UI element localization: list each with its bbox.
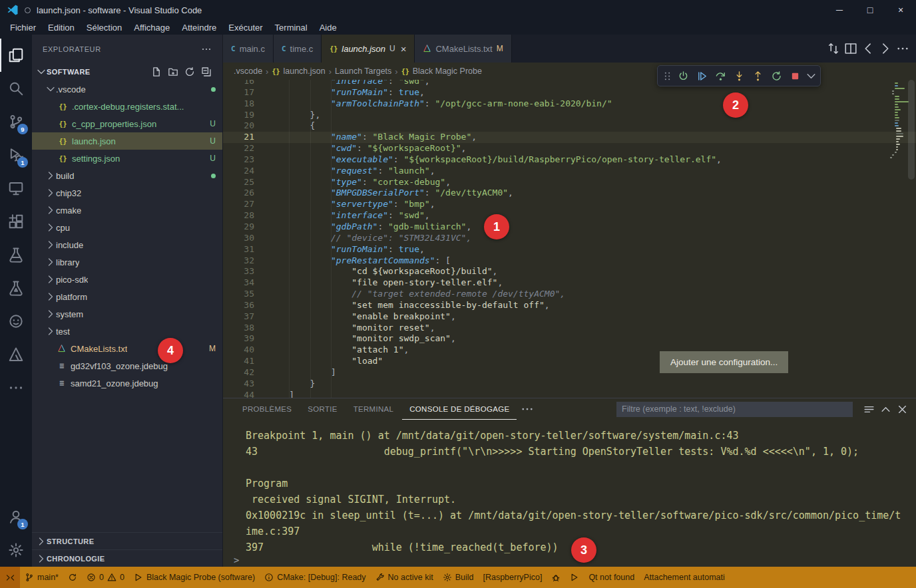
tree-item-cmake[interactable]: cmake [32, 202, 222, 219]
menu-ex-cuter[interactable]: Exécuter [222, 22, 268, 33]
code-editor[interactable]: 16 "interface": "swd",17 "runToMain": tr… [223, 80, 916, 398]
code-line-32[interactable]: 32 "preRestartCommands": [ [223, 255, 916, 267]
tab-main-c[interactable]: Cmain.c [223, 35, 274, 63]
line-number[interactable]: 24 [223, 166, 268, 177]
activity-extensions[interactable] [0, 205, 32, 238]
activity-source-control[interactable]: 9 [0, 105, 32, 138]
line-number[interactable]: 41 [223, 356, 268, 367]
status-cmake-target[interactable]: [RaspberryPico] [478, 567, 547, 588]
status-cmake-debug[interactable] [547, 567, 565, 588]
debug-pause-button[interactable] [674, 67, 692, 84]
tree-item-vscode[interactable]: .vscode [32, 80, 222, 98]
line-number[interactable]: 40 [223, 345, 268, 356]
code-line-37[interactable]: 37 "enable breakpoint", [223, 311, 916, 323]
line-number[interactable]: 23 [223, 154, 268, 166]
tree-item-chip32[interactable]: chip32 [32, 184, 222, 202]
menu-aide[interactable]: Aide [314, 22, 343, 33]
code-line-41[interactable]: 41 "load" [223, 356, 916, 367]
open-changes-icon[interactable] [827, 42, 840, 55]
console-input-prompt[interactable]: > [234, 555, 239, 565]
code-line-38[interactable]: 38 "monitor reset", [223, 323, 916, 334]
code-line-29[interactable]: 29 "gdbPath": "gdb-multiarch", [223, 221, 916, 233]
line-number[interactable]: 39 [223, 333, 268, 345]
minimize-button[interactable]: ─ [824, 0, 855, 20]
line-number[interactable]: 21 [223, 132, 268, 143]
debug-step-out-button[interactable] [749, 67, 766, 84]
code-line-17[interactable]: 17 "runToMain": true, [223, 87, 916, 98]
tree-item-settings-json[interactable]: {}settings.jsonU [32, 150, 222, 167]
tree-item-cpu[interactable]: cpu [32, 219, 222, 236]
panel-tab-probl-mes[interactable]: PROBLÈMES [235, 398, 299, 420]
code-line-28[interactable]: 28 "interface": "swd", [223, 210, 916, 221]
status-auto-attach[interactable]: Attachement automati [639, 567, 730, 588]
tree-item-library[interactable]: library [32, 253, 222, 271]
breadcrumb-item-vscode[interactable]: .vscode [234, 67, 262, 76]
code-line-44[interactable]: 44 ] [223, 390, 916, 398]
close-panel-icon[interactable] [897, 404, 908, 415]
activity-testing[interactable] [0, 238, 32, 271]
status-git-branch[interactable]: main* [20, 567, 63, 588]
code-line-36[interactable]: 36 "set mem inaccessible-by-default off"… [223, 300, 916, 311]
menu-atteindre[interactable]: Atteindre [176, 22, 222, 33]
go-forward-icon[interactable] [879, 42, 892, 55]
activity-debug-console-extension[interactable] [0, 305, 32, 338]
line-number[interactable]: 38 [223, 323, 268, 334]
line-number[interactable]: 28 [223, 210, 268, 221]
maximize-button[interactable]: □ [855, 0, 885, 20]
code-line-21[interactable]: 21 "name": "Black Magic Probe", [223, 132, 916, 143]
refresh-icon[interactable] [184, 67, 195, 77]
activity-search[interactable] [0, 72, 32, 105]
go-back-icon[interactable] [861, 42, 875, 55]
new-folder-icon[interactable] [168, 67, 178, 77]
code-line-19[interactable]: 19 }, [223, 110, 916, 121]
code-line-23[interactable]: 23 "executable": "${workspaceRoot}/build… [223, 154, 916, 166]
split-editor-icon[interactable] [844, 42, 857, 55]
status-qt-status[interactable]: Qt not found [584, 567, 639, 588]
activity-explorer[interactable] [0, 39, 32, 72]
code-line-22[interactable]: 22 "cwd": "${workspaceRoot}", [223, 143, 916, 154]
tab-launch-json[interactable]: {}launch.jsonU× [322, 35, 415, 63]
code-line-18[interactable]: 18 "armToolchainPath": "/opt/gcc-arm-non… [223, 98, 916, 110]
line-number[interactable]: 27 [223, 199, 268, 210]
line-number[interactable]: 35 [223, 289, 268, 300]
activity-settings[interactable] [0, 533, 32, 567]
line-number[interactable]: 32 [223, 255, 268, 267]
activity-test-explorer[interactable] [0, 271, 32, 305]
code-line-42[interactable]: 42 ] [223, 367, 916, 378]
menu-affichage[interactable]: Affichage [128, 22, 176, 33]
panel-more-tabs-icon[interactable] [521, 402, 534, 416]
panel-tab-console-de-d-bogage[interactable]: CONSOLE DE DÉBOGAGE [402, 398, 517, 420]
code-line-39[interactable]: 39 "monitor swdp_scan", [223, 333, 916, 345]
tree-item-gd32vf103-ozone-jdebug[interactable]: ≡gd32vf103_ozone.jdebug [32, 357, 222, 374]
console-menu-icon[interactable] [863, 404, 875, 415]
tree-item-samd21-ozone-jdebug[interactable]: ≡samd21_ozone.jdebug [32, 374, 222, 392]
code-line-31[interactable]: 31 "runToMain": true, [223, 244, 916, 255]
code-line-24[interactable]: 24 "request": "launch", [223, 166, 916, 177]
explorer-section-software[interactable]: SOFTWARE [32, 63, 222, 80]
line-number[interactable]: 25 [223, 177, 268, 188]
menu-edition[interactable]: Edition [42, 22, 81, 33]
line-number[interactable]: 34 [223, 277, 268, 289]
debug-stop-button[interactable] [786, 67, 803, 84]
tree-item-launch-json[interactable]: {}launch.jsonU [32, 132, 222, 150]
tab-time-c[interactable]: Ctime.c [274, 35, 322, 63]
line-number[interactable]: 36 [223, 300, 268, 311]
tab-close-icon[interactable]: × [401, 43, 407, 55]
status-problems[interactable]: 00 [82, 567, 129, 588]
status-debug-launch[interactable]: Black Magic Probe (software) [129, 567, 260, 588]
line-number[interactable]: 37 [223, 311, 268, 323]
code-line-33[interactable]: 33 "cd ${workspaceRoot}/build", [223, 266, 916, 277]
code-line-26[interactable]: 26 "BMPGDBSerialPort": "/dev/ttyACM0", [223, 188, 916, 199]
line-number[interactable]: 33 [223, 266, 268, 277]
editor-scrollbar[interactable] [908, 80, 915, 180]
line-number[interactable]: 22 [223, 143, 268, 154]
line-number[interactable]: 29 [223, 221, 268, 233]
console-filter-input[interactable] [616, 402, 853, 417]
minimap[interactable] [888, 82, 905, 160]
close-button[interactable]: × [885, 0, 916, 20]
line-number[interactable]: 42 [223, 367, 268, 378]
tree-item-test[interactable]: test [32, 323, 222, 340]
section-chronologie[interactable]: CHRONOLOGIE [32, 549, 222, 567]
debug-step-over-button[interactable] [712, 67, 729, 84]
breadcrumb-item-launch-targets[interactable]: Launch Targets [335, 67, 391, 76]
